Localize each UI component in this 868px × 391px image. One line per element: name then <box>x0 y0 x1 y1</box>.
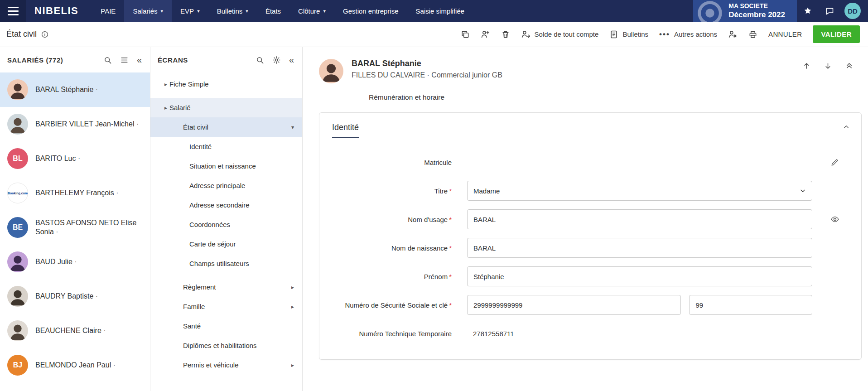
nav-salaries[interactable]: Salariés▾ <box>124 0 172 22</box>
add-employee-button[interactable] <box>481 29 490 39</box>
cancel-button[interactable]: ANNULER <box>768 30 802 38</box>
tab-remuneration-horaire[interactable]: Rémunération et horaire <box>369 93 444 101</box>
company-selector[interactable]: MA SOCIETE Décembre 2022 <box>693 0 797 22</box>
nav-cloture[interactable]: Clôture▾ <box>289 0 334 22</box>
tree-item-champs-utilisateurs[interactable]: Champs utilisateurs <box>150 254 302 273</box>
nom-usage-input[interactable] <box>467 209 812 229</box>
employee-subtitle: FILLES DU CALVAIRE · Commercial junior G… <box>352 71 502 79</box>
chat-icon[interactable] <box>819 6 841 16</box>
list-item[interactable]: BARBIER VILLET Jean-Michel <box>0 107 150 141</box>
nav-evp[interactable]: EVP▾ <box>172 0 208 22</box>
tree-item-adresse-principale[interactable]: Adresse principale <box>150 176 302 195</box>
ntt-label: Numéro Technique Temporaire <box>332 329 452 338</box>
nss-key-input[interactable] <box>689 295 812 315</box>
tree-item-adresse-secondaire[interactable]: Adresse secondaire <box>150 195 302 215</box>
nav-saisie-simplifiee[interactable]: Saisie simplifiée <box>407 0 473 22</box>
chevron-right-icon: ▸ <box>291 304 294 310</box>
nss-inputs <box>467 295 812 315</box>
duplicate-button[interactable] <box>461 30 470 39</box>
titre-select-input[interactable]: Madame <box>467 181 812 201</box>
tree-item-etat-civil[interactable]: État civil▾ <box>150 117 302 137</box>
double-chevron-up-icon <box>845 62 854 70</box>
validate-button[interactable]: VALIDER <box>813 25 860 43</box>
nav-bulletins[interactable]: Bulletins▾ <box>208 0 257 22</box>
employee-initials-avatar: BL <box>7 148 28 169</box>
favorites-star-icon[interactable] <box>797 6 819 15</box>
tree-item-fiche-simple[interactable]: ▸Fiche Simple <box>150 74 302 94</box>
arrow-down-icon <box>824 62 832 70</box>
list-item[interactable]: BEAUCHENE Claire <box>0 314 150 348</box>
tree-item-salarie[interactable]: ▸Salarié <box>150 98 302 117</box>
employee-settings-button[interactable] <box>728 29 738 39</box>
ecrans-panel-header: ÉCRANS « <box>150 47 302 72</box>
list-item[interactable]: BL BARITO Luc <box>0 141 150 176</box>
tree-item-reglement[interactable]: Règlement▸ <box>150 277 302 297</box>
tree-item-identite[interactable]: Identité <box>150 137 302 156</box>
nom-naissance-row: Nom de naissance* <box>332 237 849 258</box>
titre-select[interactable]: Madame <box>467 181 812 201</box>
next-employee-button[interactable] <box>823 61 833 71</box>
hamburger-menu-icon[interactable] <box>0 0 26 22</box>
nav-label: Saisie simplifiée <box>416 7 465 15</box>
print-button[interactable] <box>748 30 757 39</box>
list-item[interactable]: BAUD Julie <box>0 245 150 279</box>
tree-item-sante[interactable]: Santé <box>150 316 302 336</box>
employee-tabs: Rémunération et horaire <box>303 83 868 101</box>
ecrans-panel: ÉCRANS « ▸Fiche Simple ▸Salarié État civ… <box>150 47 303 391</box>
collapse-panel-icon[interactable]: « <box>136 54 143 65</box>
nav-gestion-entreprise[interactable]: Gestion entreprise <box>334 0 407 22</box>
list-view-icon[interactable] <box>119 55 130 65</box>
nom-naissance-input[interactable] <box>467 238 812 258</box>
prenom-row: Prénom* <box>332 266 849 287</box>
required-asterisk: * <box>449 301 452 309</box>
list-item[interactable]: Booking.com BARTHELEMY François <box>0 176 150 210</box>
nav-etats[interactable]: États <box>257 0 289 22</box>
employee-name: BARAL Stéphanie <box>352 59 502 68</box>
employee-identity: BARAL Stéphanie FILLES DU CALVAIRE · Com… <box>352 59 502 79</box>
prenom-input[interactable] <box>467 266 812 286</box>
tree-item-permis-vehicule[interactable]: Permis et véhicule▸ <box>150 355 302 375</box>
list-item[interactable]: BE BASTOS AFONSO NETO Elise Sonia <box>0 210 150 245</box>
delete-button[interactable] <box>501 30 510 39</box>
info-icon[interactable] <box>41 30 49 39</box>
user-avatar[interactable]: DD <box>844 3 861 19</box>
printer-icon <box>748 30 757 39</box>
employee-photo-avatar <box>7 286 28 307</box>
history-nom-usage-button[interactable] <box>828 212 842 227</box>
bulletins-button[interactable]: Bulletins <box>609 30 648 39</box>
list-item[interactable]: BAUDRY Baptiste <box>0 279 150 314</box>
tree-item-situation-naissance[interactable]: Situation et naissance <box>150 156 302 176</box>
list-item[interactable]: BARAL Stéphanie <box>0 72 150 107</box>
identity-form: Matricule Titre* Madame <box>332 152 849 344</box>
tree-label: Carte de séjour <box>189 240 236 248</box>
nss-input[interactable] <box>467 295 681 315</box>
search-icon[interactable] <box>102 55 113 65</box>
tree-item-carte-sejour[interactable]: Carte de séjour <box>150 234 302 254</box>
nav-label: Bulletins <box>217 7 243 15</box>
gear-icon[interactable] <box>271 55 282 65</box>
list-item[interactable]: BJ BELMONDO Jean Paul <box>0 348 150 382</box>
previous-employee-button[interactable] <box>801 61 812 71</box>
document-icon <box>609 30 618 39</box>
collapse-all-button[interactable] <box>844 61 854 71</box>
nav-paie[interactable]: PAIE <box>92 0 124 22</box>
chevron-down-icon: ▾ <box>323 8 326 14</box>
collapse-card-button[interactable] <box>840 121 852 134</box>
tree-item-famille[interactable]: Famille▸ <box>150 297 302 316</box>
autres-actions-button[interactable]: ••• Autres actions <box>659 30 717 39</box>
topbar: NIBELIS PAIE Salariés▾ EVP▾ Bulletins▾ É… <box>0 0 868 22</box>
employee-name: BELMONDO Jean Paul <box>35 361 116 370</box>
tree-item-coordonnees[interactable]: Coordonnées <box>150 215 302 234</box>
edit-matricule-button[interactable] <box>828 155 842 169</box>
matricule-row: Matricule <box>332 152 849 173</box>
collapse-panel-icon[interactable]: « <box>288 54 295 65</box>
solde-tout-compte-button[interactable]: Solde de tout compte <box>521 29 599 39</box>
person-gear-icon <box>728 29 738 39</box>
chevron-right-icon: ▸ <box>162 105 169 111</box>
tree-item-diplomes[interactable]: Diplômes et habilitations <box>150 336 302 355</box>
copy-icon <box>461 30 470 39</box>
tree-label: Situation et naissance <box>189 162 256 170</box>
eye-icon <box>830 215 839 224</box>
search-icon[interactable] <box>255 55 265 65</box>
nav-label: Clôture <box>298 7 320 15</box>
